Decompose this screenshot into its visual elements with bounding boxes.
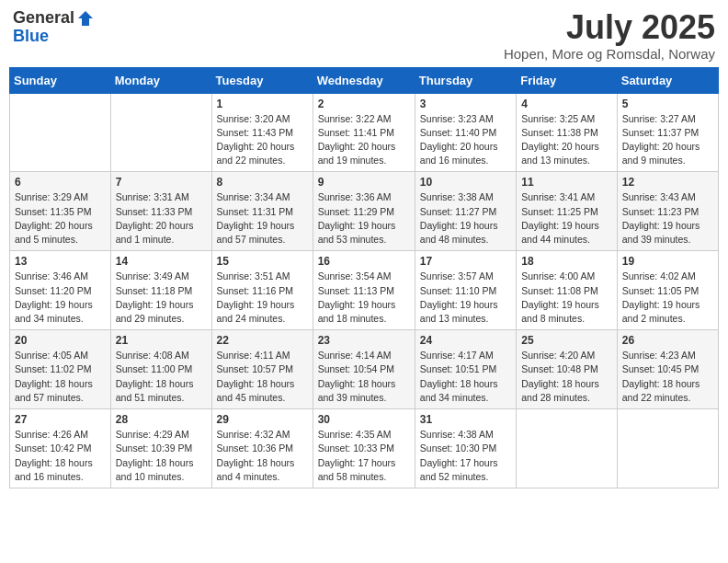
sunset-text: Sunset: 10:36 PM [217, 442, 293, 454]
day-number: 19 [622, 255, 713, 268]
calendar-cell: 6Sunrise: 3:29 AMSunset: 11:35 PMDayligh… [10, 172, 111, 251]
sunrise-text: Sunrise: 4:00 AM [521, 270, 595, 282]
daylight-and-text: and 18 minutes. [318, 313, 387, 324]
day-info: Sunrise: 3:51 AMSunset: 11:16 PMDaylight… [217, 270, 308, 326]
daylight-text: Daylight: 19 hours [318, 299, 396, 310]
sunset-text: Sunset: 11:25 PM [521, 206, 597, 217]
sunset-text: Sunset: 11:13 PM [318, 285, 394, 296]
calendar-cell: 24Sunrise: 4:17 AMSunset: 10:51 PMDaylig… [415, 330, 516, 409]
sunrise-text: Sunrise: 4:32 AM [217, 429, 290, 440]
sunset-text: Sunset: 11:18 PM [116, 285, 192, 296]
daylight-text: Daylight: 20 hours [420, 141, 498, 152]
weekday-header-friday: Friday [517, 67, 618, 93]
day-info: Sunrise: 3:46 AMSunset: 11:20 PMDaylight… [15, 270, 106, 326]
sunset-text: Sunset: 11:41 PM [318, 127, 394, 138]
sunset-text: Sunset: 10:30 PM [420, 442, 496, 454]
sunrise-text: Sunrise: 4:05 AM [15, 350, 88, 361]
sunrise-text: Sunrise: 3:27 AM [622, 113, 696, 124]
sunrise-text: Sunrise: 3:41 AM [521, 191, 595, 202]
daylight-text: Daylight: 20 hours [116, 220, 194, 231]
daylight-text: Daylight: 18 hours [15, 378, 93, 389]
daylight-and-text: and 58 minutes. [318, 471, 387, 482]
day-number: 30 [318, 413, 410, 426]
daylight-text: Daylight: 18 hours [318, 378, 396, 389]
sunrise-text: Sunrise: 3:29 AM [15, 191, 88, 202]
sunrise-text: Sunrise: 4:14 AM [318, 350, 392, 361]
daylight-and-text: and 48 minutes. [420, 234, 489, 245]
daylight-text: Daylight: 18 hours [116, 378, 194, 389]
day-info: Sunrise: 3:20 AMSunset: 11:43 PMDaylight… [217, 112, 308, 168]
sunset-text: Sunset: 11:35 PM [15, 206, 91, 217]
daylight-and-text: and 16 minutes. [15, 471, 84, 482]
day-info: Sunrise: 4:02 AMSunset: 11:05 PMDaylight… [622, 270, 713, 326]
day-info: Sunrise: 3:34 AMSunset: 11:31 PMDaylight… [217, 190, 308, 247]
sunrise-text: Sunrise: 4:38 AM [420, 429, 494, 440]
calendar-cell: 21Sunrise: 4:08 AMSunset: 11:00 PMDaylig… [110, 330, 211, 409]
calendar-cell: 18Sunrise: 4:00 AMSunset: 11:08 PMDaylig… [517, 251, 618, 330]
daylight-text: Daylight: 19 hours [521, 220, 599, 231]
daylight-and-text: and 10 minutes. [116, 471, 185, 482]
daylight-text: Daylight: 18 hours [420, 378, 498, 389]
day-number: 25 [521, 334, 612, 347]
sunrise-text: Sunrise: 4:20 AM [521, 350, 595, 361]
calendar-cell: 15Sunrise: 3:51 AMSunset: 11:16 PMDaylig… [211, 251, 313, 330]
sunset-text: Sunset: 11:08 PM [521, 285, 597, 296]
daylight-and-text: and 13 minutes. [521, 155, 590, 166]
daylight-text: Daylight: 19 hours [217, 299, 295, 310]
sunset-text: Sunset: 11:16 PM [217, 285, 293, 296]
daylight-and-text: and 34 minutes. [420, 392, 489, 403]
sunrise-text: Sunrise: 3:25 AM [521, 113, 595, 124]
daylight-text: Daylight: 19 hours [15, 299, 93, 310]
day-number: 1 [217, 98, 308, 110]
sunrise-text: Sunrise: 3:36 AM [318, 191, 392, 202]
daylight-and-text: and 29 minutes. [116, 313, 185, 324]
weekday-header-thursday: Thursday [415, 67, 516, 93]
sunset-text: Sunset: 11:10 PM [420, 285, 496, 296]
sunset-text: Sunset: 11:05 PM [622, 285, 699, 296]
day-number: 18 [521, 255, 612, 268]
day-info: Sunrise: 3:49 AMSunset: 11:18 PMDaylight… [116, 270, 207, 326]
day-number: 29 [217, 413, 308, 426]
daylight-and-text: and 52 minutes. [420, 471, 489, 482]
sunrise-text: Sunrise: 3:51 AM [217, 270, 290, 282]
daylight-and-text: and 22 minutes. [217, 155, 286, 166]
sunset-text: Sunset: 10:54 PM [318, 363, 394, 374]
day-info: Sunrise: 3:22 AMSunset: 11:41 PMDaylight… [318, 112, 410, 168]
day-number: 8 [217, 176, 308, 189]
page-header: General Blue July 2025 Hopen, More og Ro… [9, 9, 719, 62]
calendar-cell: 9Sunrise: 3:36 AMSunset: 11:29 PMDayligh… [313, 172, 415, 251]
sunset-text: Sunset: 10:33 PM [318, 442, 394, 454]
daylight-and-text: and 22 minutes. [622, 392, 691, 403]
calendar-cell: 29Sunrise: 4:32 AMSunset: 10:36 PMDaylig… [211, 409, 313, 488]
daylight-and-text: and 24 minutes. [217, 313, 286, 324]
title-area: July 2025 Hopen, More og Romsdal, Norway [504, 9, 715, 62]
sunrise-text: Sunrise: 3:31 AM [116, 191, 189, 202]
sunset-text: Sunset: 11:29 PM [318, 206, 394, 217]
calendar-cell: 14Sunrise: 3:49 AMSunset: 11:18 PMDaylig… [110, 251, 211, 330]
sunrise-text: Sunrise: 3:49 AM [116, 270, 189, 282]
calendar-cell: 16Sunrise: 3:54 AMSunset: 11:13 PMDaylig… [313, 251, 415, 330]
logo-icon [76, 9, 95, 28]
calendar-cell [517, 409, 618, 488]
daylight-text: Daylight: 20 hours [622, 141, 700, 152]
day-info: Sunrise: 3:31 AMSunset: 11:33 PMDaylight… [116, 190, 207, 247]
sunset-text: Sunset: 11:38 PM [521, 127, 597, 138]
day-info: Sunrise: 3:38 AMSunset: 11:27 PMDaylight… [420, 190, 511, 247]
daylight-text: Daylight: 17 hours [420, 457, 498, 468]
day-info: Sunrise: 4:08 AMSunset: 11:00 PMDaylight… [116, 349, 207, 405]
daylight-and-text: and 39 minutes. [318, 392, 387, 403]
daylight-text: Daylight: 20 hours [15, 220, 93, 231]
day-info: Sunrise: 4:29 AMSunset: 10:39 PMDaylight… [116, 428, 207, 484]
day-info: Sunrise: 4:38 AMSunset: 10:30 PMDaylight… [420, 428, 511, 484]
calendar-cell: 30Sunrise: 4:35 AMSunset: 10:33 PMDaylig… [313, 409, 415, 488]
day-info: Sunrise: 4:23 AMSunset: 10:45 PMDaylight… [622, 349, 713, 405]
daylight-text: Daylight: 19 hours [217, 220, 295, 231]
daylight-text: Daylight: 20 hours [521, 141, 599, 152]
day-info: Sunrise: 3:57 AMSunset: 11:10 PMDaylight… [420, 270, 511, 326]
sunrise-text: Sunrise: 3:46 AM [15, 270, 88, 282]
daylight-text: Daylight: 19 hours [420, 220, 498, 231]
daylight-and-text: and 2 minutes. [622, 313, 686, 324]
day-info: Sunrise: 3:23 AMSunset: 11:40 PMDaylight… [420, 112, 511, 168]
calendar-cell: 23Sunrise: 4:14 AMSunset: 10:54 PMDaylig… [313, 330, 415, 409]
calendar-cell: 11Sunrise: 3:41 AMSunset: 11:25 PMDaylig… [517, 172, 618, 251]
